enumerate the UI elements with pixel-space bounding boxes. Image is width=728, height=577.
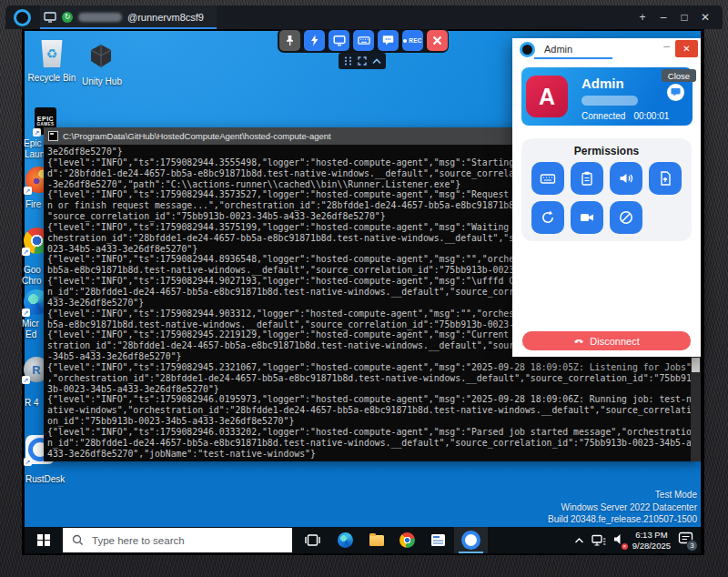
audio-permission-button[interactable]	[610, 162, 642, 195]
record-dot-icon	[403, 39, 407, 43]
permissions-card: Permissions	[521, 138, 692, 241]
edge-icon	[338, 532, 353, 548]
disconnect-button[interactable]: Disconnect	[522, 331, 691, 350]
admin-titlebar[interactable]: Admin – ✕	[512, 38, 701, 60]
rustdesk-logo-icon	[520, 42, 535, 57]
taskbar-app-window-button[interactable]	[423, 527, 453, 553]
console-log-line: {"level":"INFO","ts":1759082945.2321067,…	[47, 362, 701, 373]
console-log-line: ative-windows","orchestration_id":"28bfd…	[47, 405, 701, 416]
close-session-icon[interactable]	[427, 30, 448, 51]
taskbar-chrome-button[interactable]	[392, 527, 422, 553]
close-tooltip: Close	[662, 69, 696, 82]
session-tab[interactable]: ↻ @runnervm8csf9	[40, 5, 217, 29]
system-tray: ✕ 6:13 PM 9/28/2025 3	[574, 527, 701, 553]
unity-hub-icon	[87, 44, 115, 68]
grid-icon[interactable]	[344, 56, 352, 66]
console-icon	[48, 131, 58, 141]
admin-tab[interactable]: Admin	[544, 44, 572, 55]
connection-status-icon: ↻	[62, 12, 73, 23]
console-title: C:\ProgramData\GitHub\HostedComputeAgent…	[63, 131, 331, 141]
tab-underline	[40, 27, 217, 29]
chat-bubble-button[interactable]	[667, 84, 684, 101]
app-window-icon	[431, 534, 445, 546]
record-label: REC	[409, 37, 422, 44]
taskbar-rustdesk-button[interactable]	[454, 527, 488, 553]
tray-time: 6:13 PM	[632, 530, 671, 541]
notification-badge: 3	[686, 540, 698, 552]
desktop-icon-label: R 4	[25, 398, 39, 408]
console-log-line: on_id":"75bb913b-0023-34b5-a433-3e26df8e…	[47, 416, 701, 427]
display-icon[interactable]	[329, 30, 349, 51]
phone-off-icon	[573, 337, 584, 345]
console-log-line: 3b-0023-34b5-a433-3e26df8e5270"}	[47, 384, 701, 395]
admin-panel-window: Admin – ✕ A Admin Connected00:00:01 Clos…	[512, 38, 701, 357]
camera-permission-button[interactable]	[571, 201, 603, 234]
record-button[interactable]: REC	[402, 30, 423, 51]
close-button[interactable]: ✕	[675, 40, 698, 57]
new-tab-button[interactable]: +	[636, 11, 649, 24]
keyboard-permission-button[interactable]	[531, 162, 564, 195]
tray-date: 9/28/2025	[632, 541, 671, 552]
desktop-icon-label: Chro	[22, 276, 42, 286]
desktop-icon-unity-hub[interactable]	[87, 44, 115, 72]
tab-underline	[534, 57, 612, 59]
actions-icon[interactable]	[304, 30, 325, 51]
session-timer: 00:00:01	[633, 111, 669, 121]
shortcut-arrow-icon: ↗	[22, 248, 30, 256]
desktop-icon-label: RustDesk	[25, 474, 65, 484]
restart-permission-button[interactable]	[531, 201, 564, 234]
task-view-button[interactable]	[298, 527, 328, 553]
peer-name: Admin	[581, 76, 624, 91]
clipboard-permission-button[interactable]	[571, 162, 603, 195]
avatar: A	[526, 76, 568, 117]
maximize-button[interactable]: □	[678, 11, 691, 24]
taskbar: Type here to search ✕ 6:13 PM 9/28/2025 …	[25, 527, 701, 553]
search-icon	[72, 534, 84, 546]
console-log-line: {"level":"INFO","ts":1759082946.0195973,…	[47, 394, 701, 405]
watermark-line: Test Mode	[548, 489, 697, 501]
tray-chevron-up-icon[interactable]	[574, 537, 584, 544]
action-center-button[interactable]: 3	[678, 531, 693, 549]
session-toolbar: REC	[278, 28, 449, 53]
desktop-icon-label: Recycle Bin	[27, 73, 76, 83]
desktop-icon-recycle-bin[interactable]: ♻	[40, 40, 64, 67]
rustdesk-logo-icon	[14, 9, 31, 26]
pin-icon[interactable]	[279, 30, 300, 51]
minimize-button[interactable]: –	[663, 40, 670, 53]
fullscreen-icon[interactable]	[358, 56, 367, 66]
taskbar-search[interactable]: Type here to search	[63, 528, 292, 552]
test-mode-watermark: Test ModeWindows Server 2022 DatacenterB…	[548, 489, 697, 526]
desktop-icon-label: Unity Hub	[78, 76, 126, 86]
close-button[interactable]: ✕	[699, 11, 712, 24]
volume-muted-icon[interactable]: ✕	[613, 532, 625, 549]
disconnect-label: Disconnect	[590, 336, 639, 347]
taskbar-explorer-button[interactable]	[361, 527, 391, 553]
desktop-icon-label: Laun	[25, 149, 45, 159]
taskbar-edge-button[interactable]	[330, 527, 360, 553]
scrollbar-thumb[interactable]	[692, 358, 700, 372]
network-icon[interactable]	[592, 534, 606, 547]
start-button[interactable]	[25, 527, 63, 553]
file-explorer-icon	[369, 535, 384, 546]
shortcut-arrow-icon: ↗	[24, 458, 32, 466]
chrome-icon	[399, 532, 415, 548]
file-transfer-permission-button[interactable]	[649, 162, 682, 195]
chevron-up-icon[interactable]	[372, 58, 381, 65]
block-permission-button[interactable]	[610, 201, 642, 234]
shortcut-arrow-icon: ↗	[24, 187, 32, 195]
tray-clock[interactable]: 6:13 PM 9/28/2025	[632, 530, 671, 552]
desktop-icon-label: Fire	[25, 199, 41, 209]
app-titlebar[interactable]: ↻ @runnervm8csf9 + – □ ✕	[5, 5, 723, 29]
windows-logo-icon	[37, 534, 50, 547]
permissions-title: Permissions	[521, 138, 692, 157]
search-placeholder: Type here to search	[92, 535, 185, 546]
shortcut-arrow-icon: ↗	[22, 376, 30, 384]
minimize-button[interactable]: –	[657, 11, 670, 24]
console-log-line: {"level":"INFO","ts":1759082946.0333202,…	[47, 427, 701, 438]
keyboard-icon[interactable]	[353, 30, 374, 51]
status-text: Connected	[581, 111, 625, 121]
shortcut-arrow-icon: ↗	[22, 309, 30, 317]
chat-icon[interactable]	[378, 30, 399, 51]
console-log-line: 433-3e26df8e5270","jobName":"test-native…	[47, 449, 701, 460]
peer-id-redacted	[78, 13, 122, 22]
